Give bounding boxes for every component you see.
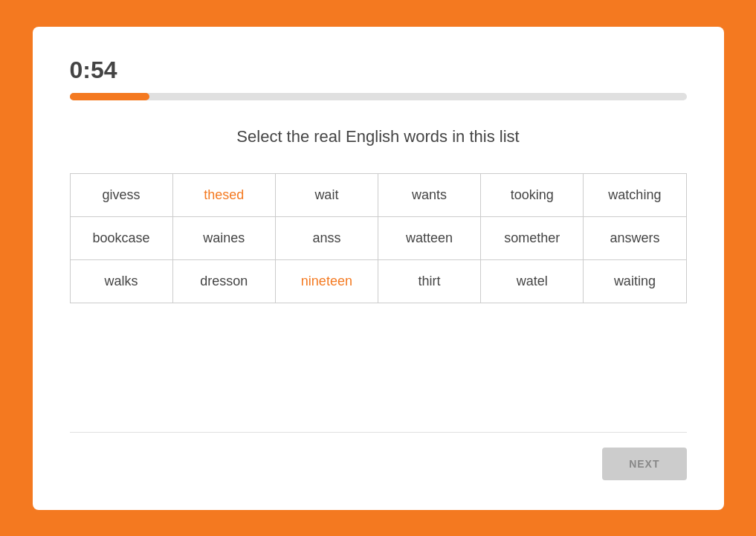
instruction-text: Select the real English words in this li… <box>70 127 687 146</box>
bottom-bar: NEXT <box>70 448 687 480</box>
word-cell[interactable]: thirt <box>378 259 480 303</box>
word-cell[interactable]: wait <box>275 173 378 216</box>
word-cell[interactable]: watching <box>584 173 686 216</box>
word-cell[interactable]: tooking <box>481 173 584 216</box>
progress-bar-fill <box>70 93 150 100</box>
timer-display: 0:54 <box>70 56 687 84</box>
word-cell[interactable]: walks <box>70 259 172 303</box>
progress-bar-container <box>70 93 687 100</box>
next-button[interactable]: NEXT <box>602 448 686 480</box>
word-cell[interactable]: bookcase <box>70 216 172 259</box>
divider <box>70 432 687 433</box>
main-card: 0:54 Select the real English words in th… <box>33 27 724 510</box>
word-cell[interactable]: nineteen <box>275 259 378 303</box>
word-cell[interactable]: waines <box>172 216 275 259</box>
word-cell[interactable]: watel <box>481 259 584 303</box>
word-cell[interactable]: answers <box>584 216 686 259</box>
word-cell[interactable]: wants <box>378 173 480 216</box>
word-grid: givessthesedwaitwantstookingwatchingbook… <box>70 173 687 303</box>
word-cell[interactable]: watteen <box>378 216 480 259</box>
word-cell[interactable]: somether <box>481 216 584 259</box>
word-cell[interactable]: thesed <box>172 173 275 216</box>
word-cell[interactable]: givess <box>70 173 172 216</box>
word-cell[interactable]: dresson <box>172 259 275 303</box>
word-cell[interactable]: waiting <box>584 259 686 303</box>
word-cell[interactable]: anss <box>275 216 378 259</box>
